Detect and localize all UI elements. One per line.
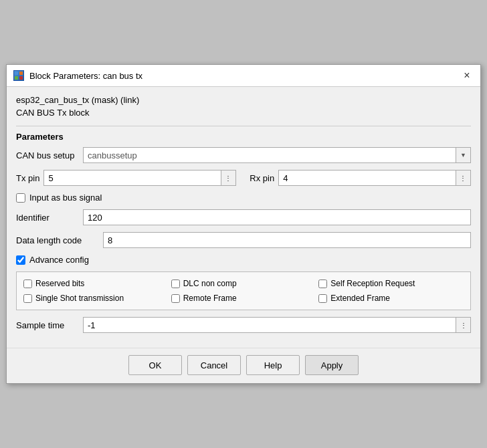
tx-pin-label: Tx pin bbox=[16, 173, 39, 183]
svg-rect-3 bbox=[19, 76, 23, 80]
single-shot-row: Single Shot transmission bbox=[23, 294, 169, 303]
advance-checkboxes-grid: Reserved bits DLC non comp Self Receptio… bbox=[23, 279, 464, 303]
remote-frame-checkbox[interactable] bbox=[171, 294, 180, 303]
input-as-bus-signal-row: Input as bus signal bbox=[16, 193, 471, 203]
identifier-field bbox=[83, 209, 471, 225]
rx-pin-field: 4 ⋮ bbox=[278, 170, 471, 186]
identifier-row: Identifier bbox=[16, 209, 471, 225]
can-bus-setup-row: CAN bus setup ▼ bbox=[16, 147, 471, 163]
title-bar-left: Block Parameters: can bus tx bbox=[13, 70, 142, 81]
svg-rect-2 bbox=[15, 76, 18, 80]
rx-pin-label: Rx pin bbox=[250, 173, 274, 183]
identifier-input[interactable] bbox=[84, 213, 470, 223]
title-bar: Block Parameters: can bus tx × bbox=[7, 65, 480, 87]
dropdown-arrow-icon[interactable]: ▼ bbox=[456, 148, 470, 162]
reserved-bits-row: Reserved bits bbox=[23, 279, 169, 288]
ok-button[interactable]: OK bbox=[128, 355, 182, 375]
data-length-label: Data length code bbox=[16, 235, 103, 245]
dialog-content: esp32_can_bus_tx (mask) (link) CAN BUS T… bbox=[7, 87, 480, 348]
svg-rect-0 bbox=[15, 72, 18, 75]
remote-frame-label: Remote Frame bbox=[183, 294, 237, 303]
rx-pin-value: 4 bbox=[279, 173, 456, 183]
single-shot-checkbox[interactable] bbox=[23, 294, 32, 303]
description-text: CAN BUS Tx block bbox=[16, 108, 471, 118]
svg-rect-1 bbox=[19, 72, 23, 75]
input-as-bus-signal-label: Input as bus signal bbox=[29, 193, 102, 203]
apply-button[interactable]: Apply bbox=[305, 355, 359, 375]
self-reception-checkbox[interactable] bbox=[318, 279, 327, 288]
subtitle-text: esp32_can_bus_tx (mask) (link) bbox=[16, 95, 471, 105]
rx-pin-dots-icon[interactable]: ⋮ bbox=[456, 171, 470, 185]
divider-top bbox=[16, 126, 471, 126]
window-title: Block Parameters: can bus tx bbox=[29, 71, 142, 81]
can-bus-setup-label: CAN bus setup bbox=[16, 150, 83, 160]
dialog-window: Block Parameters: can bus tx × esp32_can… bbox=[6, 64, 481, 384]
pin-row: Tx pin 5 ⋮ Rx pin 4 ⋮ bbox=[16, 170, 471, 186]
tx-pin-dots-icon[interactable]: ⋮ bbox=[221, 171, 235, 185]
extended-frame-row: Extended Frame bbox=[318, 294, 464, 303]
buttons-row: OK Cancel Help Apply bbox=[7, 348, 480, 383]
reserved-bits-label: Reserved bits bbox=[35, 279, 84, 288]
advance-config-checkbox[interactable] bbox=[16, 255, 25, 265]
data-length-field bbox=[103, 232, 471, 248]
cancel-button[interactable]: Cancel bbox=[187, 355, 241, 375]
sample-time-field: ⋮ bbox=[83, 317, 471, 333]
sample-time-label: Sample time bbox=[16, 320, 83, 330]
window-icon bbox=[13, 70, 24, 81]
identifier-label: Identifier bbox=[16, 213, 83, 223]
tx-pin-value: 5 bbox=[44, 173, 221, 183]
advance-config-section: Reserved bits DLC non comp Self Receptio… bbox=[16, 271, 471, 310]
advance-config-label: Advance config bbox=[29, 255, 89, 265]
extended-frame-checkbox[interactable] bbox=[318, 294, 327, 303]
dlc-non-comp-checkbox[interactable] bbox=[171, 279, 180, 288]
data-length-row: Data length code bbox=[16, 232, 471, 248]
self-reception-row: Self Reception Request bbox=[318, 279, 464, 288]
can-bus-setup-input[interactable] bbox=[84, 150, 456, 160]
reserved-bits-checkbox[interactable] bbox=[23, 279, 32, 288]
parameters-label: Parameters bbox=[16, 132, 471, 142]
advance-config-row: Advance config bbox=[16, 255, 471, 265]
can-bus-setup-dropdown[interactable]: ▼ bbox=[83, 147, 471, 163]
dlc-non-comp-label: DLC non comp bbox=[183, 279, 237, 288]
tx-pin-field: 5 ⋮ bbox=[43, 170, 236, 186]
single-shot-label: Single Shot transmission bbox=[35, 294, 124, 303]
remote-frame-row: Remote Frame bbox=[171, 294, 316, 303]
extended-frame-label: Extended Frame bbox=[330, 294, 390, 303]
self-reception-label: Self Reception Request bbox=[330, 279, 415, 288]
sample-time-row: Sample time ⋮ bbox=[16, 317, 471, 333]
close-button[interactable]: × bbox=[460, 69, 474, 82]
data-length-input[interactable] bbox=[104, 235, 470, 245]
sample-time-dots-icon[interactable]: ⋮ bbox=[456, 318, 470, 332]
dlc-non-comp-row: DLC non comp bbox=[171, 279, 316, 288]
input-as-bus-signal-checkbox[interactable] bbox=[16, 193, 25, 203]
help-button[interactable]: Help bbox=[246, 355, 300, 375]
sample-time-input[interactable] bbox=[84, 320, 456, 330]
